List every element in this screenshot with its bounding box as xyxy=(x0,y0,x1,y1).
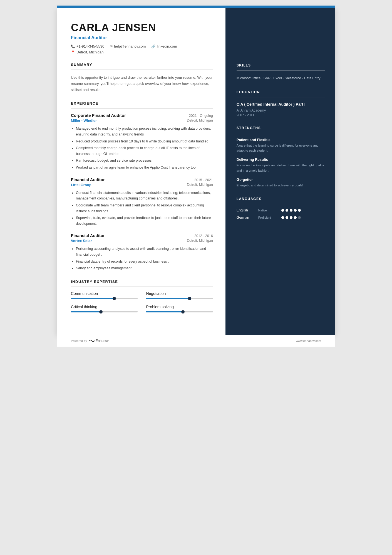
linkedin-url: linkedin.com xyxy=(157,44,177,48)
candidate-title: Financial Auditor xyxy=(71,35,213,40)
strength-desc: Focus on the key inputs and deliver them… xyxy=(237,163,325,173)
phone-icon: 📞 xyxy=(71,45,75,48)
exp-bullet: Worked as part of an agile team to enhan… xyxy=(76,165,213,171)
location-icon: 📍 xyxy=(71,50,75,54)
exp-company: Miller - Windler xyxy=(71,119,97,123)
dot-filled xyxy=(286,209,288,212)
linkedin-item: 🔗 linkedin.com xyxy=(151,44,177,48)
exp-company: Littel Group xyxy=(71,183,91,187)
expertise-item-1: Negotiation xyxy=(146,291,213,299)
progress-bar-fill xyxy=(71,311,101,312)
top-accent-bar xyxy=(57,6,335,8)
dot-filled xyxy=(294,216,297,219)
strength-desc: Aware that the learning curve is differe… xyxy=(237,143,325,153)
experience-item-1: Financial Auditor2015 - 2021Littel Group… xyxy=(71,177,213,227)
summary-text: Use this opportunity to intrigue and dra… xyxy=(71,75,213,93)
link-icon: 🔗 xyxy=(151,45,155,48)
strengths-title: STRENGTHS xyxy=(237,126,325,130)
strength-item-0: Patient and FlexibleAware that the learn… xyxy=(237,138,325,153)
email-address: help@enhancv.com xyxy=(114,44,146,48)
progress-bar-bg xyxy=(146,311,213,312)
experience-divider xyxy=(71,108,213,109)
exp-bullet: Performing accounting analyses to assist… xyxy=(76,246,213,257)
strength-item-1: Delivering ResultsFocus on the key input… xyxy=(237,157,325,173)
dot-filled xyxy=(290,209,292,212)
languages-divider xyxy=(237,204,325,204)
email-item: ✉ help@enhancv.com xyxy=(110,44,146,48)
expertise-label: Negotiation xyxy=(146,291,213,296)
exp-role: Financial Auditor xyxy=(71,177,105,182)
expertise-label: Communication xyxy=(71,291,138,296)
language-item-1: GermanProficient xyxy=(237,216,325,219)
expertise-item-2: Critical thinking xyxy=(71,305,138,312)
phone-number: +1-914-345-5530 xyxy=(76,44,104,48)
languages-items: EnglishNativeGermanProficient xyxy=(237,208,325,219)
progress-bar-fill xyxy=(146,311,183,312)
expertise-section: INDUSTRY EXPERTISE CommunicationNegotiat… xyxy=(71,280,213,313)
strengths-items: Patient and FlexibleAware that the learn… xyxy=(237,138,325,188)
language-item-0: EnglishNative xyxy=(237,208,325,212)
expertise-grid: CommunicationNegotiationCritical thinkin… xyxy=(71,291,213,312)
left-column: CARLA JENSEN Financial Auditor 📞 +1-914-… xyxy=(57,8,225,335)
candidate-name: CARLA JENSEN xyxy=(71,22,213,34)
edu-degree: CIA ( Certified Internal Auditor ) Part … xyxy=(237,102,325,107)
exp-dates: 2012 - 2016 xyxy=(194,234,213,238)
expertise-label: Problem solving xyxy=(146,305,213,309)
dot-filled xyxy=(294,209,297,212)
experience-item-0: Corporate Financial Auditor2021 - Ongoin… xyxy=(71,113,213,170)
languages-title: LANGUAGES xyxy=(237,197,325,201)
experience-items: Corporate Financial Auditor2021 - Ongoin… xyxy=(71,113,213,271)
education-items: CIA ( Certified Internal Auditor ) Part … xyxy=(237,102,325,117)
experience-section: EXPERIENCE Corporate Financial Auditor20… xyxy=(71,101,213,271)
lang-level: Proficient xyxy=(258,216,279,219)
strength-item-2: Go-getterEnergetic and determined to ach… xyxy=(237,177,325,188)
exp-location: Detroit, Michigan xyxy=(187,119,213,124)
dot-filled xyxy=(281,209,284,212)
footer: Powered by Enhancv www.enhancv.com xyxy=(57,335,335,347)
exp-bullet: Salary and employees management. xyxy=(76,265,213,271)
location-item: 📍 Detroit, Michigan xyxy=(71,50,104,54)
education-section: EDUCATION CIA ( Certified Internal Audit… xyxy=(237,90,325,117)
exp-role: Corporate Financial Auditor xyxy=(71,113,126,118)
strength-name: Patient and Flexible xyxy=(237,138,325,142)
exp-bullet: Financial data entry of records for ever… xyxy=(76,259,213,265)
right-column: SKILLS Microsoft Office · SAP · Excel · … xyxy=(225,8,335,335)
expertise-item-0: Communication xyxy=(71,291,138,299)
experience-title: EXPERIENCE xyxy=(71,101,213,105)
strength-name: Delivering Results xyxy=(237,157,325,162)
skills-divider xyxy=(237,70,325,71)
lang-name: German xyxy=(237,216,256,219)
powered-by-text: Powered by xyxy=(71,339,87,342)
exp-location: Detroit, Michigan xyxy=(187,183,213,188)
footer-website: www.enhancv.com xyxy=(296,339,321,342)
logo-icon xyxy=(89,339,95,343)
strength-name: Go-getter xyxy=(237,177,325,182)
exp-location: Detroit, Michigan xyxy=(187,239,213,244)
strengths-divider xyxy=(237,133,325,133)
exp-bullet: Completed monthly charge-back process to… xyxy=(76,145,213,157)
strengths-section: STRENGTHS Patient and FlexibleAware that… xyxy=(237,126,325,188)
skills-title: SKILLS xyxy=(237,63,325,67)
exp-bullet: Reduced production process from 10 days … xyxy=(76,139,213,144)
dot-empty xyxy=(298,216,301,219)
progress-bar-bg xyxy=(71,298,138,299)
contact-info: 📞 +1-914-345-5530 ✉ help@enhancv.com 🔗 l… xyxy=(71,44,213,54)
exp-role: Financial Auditor xyxy=(71,233,105,238)
lang-level: Native xyxy=(258,209,279,212)
progress-bar-bg xyxy=(146,298,213,299)
dot-filled xyxy=(281,216,284,219)
expertise-label: Critical thinking xyxy=(71,305,138,309)
summary-title: SUMMARY xyxy=(71,63,213,67)
lang-dots xyxy=(281,209,301,212)
exp-dates: 2015 - 2021 xyxy=(194,178,213,182)
lang-dots xyxy=(281,216,301,219)
exp-bullet: Supervise, train, evaluate, and provide … xyxy=(76,215,213,226)
phone-item: 📞 +1-914-345-5530 xyxy=(71,44,104,48)
expertise-title: INDUSTRY EXPERTISE xyxy=(71,280,213,284)
brand-name: Enhancv xyxy=(96,339,109,343)
exp-bullet: Ran forecast, budget, and service rate p… xyxy=(76,158,213,164)
exp-bullet: Conduct financial statements audits in v… xyxy=(76,190,213,201)
skills-section: SKILLS Microsoft Office · SAP · Excel · … xyxy=(237,63,325,81)
edu-item-0: CIA ( Certified Internal Auditor ) Part … xyxy=(237,102,325,117)
footer-brand: Powered by Enhancv xyxy=(71,339,109,343)
